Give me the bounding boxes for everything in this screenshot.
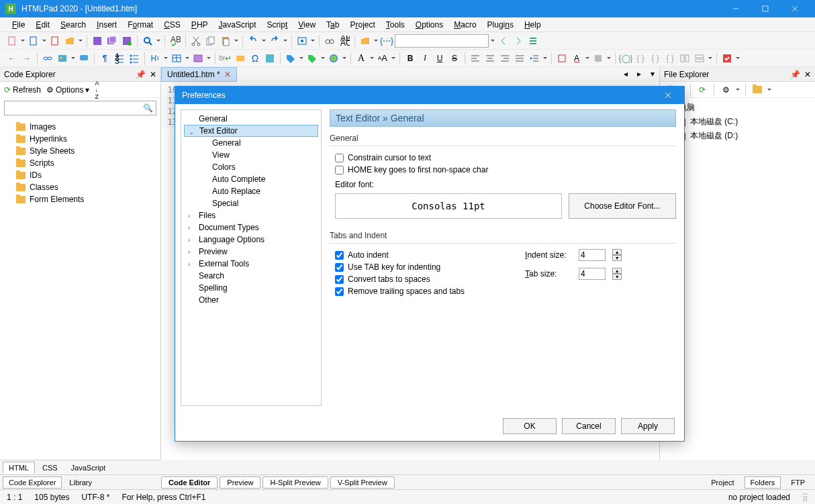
bold-icon[interactable]: B	[403, 52, 417, 65]
div-icon[interactable]	[234, 52, 247, 65]
menu-macro[interactable]: Macro	[448, 19, 481, 31]
br-icon[interactable]: br↵	[219, 52, 232, 65]
nav-list-icon[interactable]	[526, 34, 540, 48]
tab-nav-right-icon[interactable]: ▸	[632, 67, 646, 81]
menu-project[interactable]: Project	[344, 19, 380, 31]
expand-icon[interactable]: ›	[188, 260, 195, 268]
tab-hsplit[interactable]: H-Split Preview	[262, 476, 328, 489]
close-tab-icon[interactable]: ✕	[224, 70, 231, 79]
tree-search[interactable]: Search	[184, 270, 318, 282]
sort-button[interactable]: A↓Z	[95, 80, 99, 100]
folder-open-icon[interactable]	[358, 34, 372, 48]
tab-nav-left-icon[interactable]: ◂	[619, 67, 632, 81]
pin-icon[interactable]: 📌	[790, 70, 800, 79]
indent-down[interactable]: ▼	[612, 255, 622, 261]
validate-icon[interactable]	[720, 52, 734, 65]
binoculars-icon[interactable]	[323, 34, 336, 48]
brace3-icon[interactable]: { }	[649, 52, 662, 65]
tree-classes[interactable]: Classes	[4, 181, 156, 193]
tree-preview[interactable]: ›Preview	[184, 246, 318, 258]
menu-tools[interactable]: Tools	[381, 19, 410, 31]
fe-refresh-icon[interactable]: ⟳	[696, 83, 709, 97]
brace2-icon[interactable]: { }	[634, 52, 647, 65]
tree-general[interactable]: General	[184, 113, 318, 125]
tree-te-autocomplete[interactable]: Auto Complete	[184, 173, 318, 185]
minimize-button[interactable]	[721, 0, 751, 17]
align-left-icon[interactable]	[469, 52, 482, 65]
open-icon[interactable]	[63, 34, 77, 48]
layout2-icon[interactable]	[693, 52, 706, 65]
redo-icon[interactable]	[268, 34, 281, 48]
apply-button[interactable]: Apply	[621, 418, 675, 434]
search-glass-icon[interactable]: 🔍	[143, 103, 153, 113]
heading-icon[interactable]: H1	[148, 52, 162, 65]
save-as-icon[interactable]	[120, 34, 134, 48]
spellcheck-icon[interactable]: ABC	[169, 34, 182, 48]
ok-button[interactable]: OK	[503, 418, 557, 434]
font-icon[interactable]: A	[354, 52, 368, 65]
expand-icon[interactable]: ›	[188, 224, 195, 232]
tab-up[interactable]: ▲	[612, 268, 622, 274]
tree-te-colors[interactable]: Colors	[184, 161, 318, 173]
tree-other[interactable]: Other	[184, 294, 318, 306]
nav-back-icon[interactable]	[497, 34, 510, 48]
menu-search[interactable]: Search	[55, 19, 91, 31]
quick-search-input[interactable]	[395, 34, 489, 48]
tree-te-special[interactable]: Special	[184, 197, 318, 209]
menu-plugins[interactable]: Plugins	[482, 19, 519, 31]
rtab-ftp[interactable]: FTP	[785, 476, 811, 489]
tree-scripts[interactable]: Scripts	[4, 157, 156, 169]
arrow-left-icon[interactable]: ←	[5, 52, 19, 65]
tab-css[interactable]: CSS	[36, 462, 64, 474]
fe-drive-c[interactable]: 💾 本地磁盘 (C:)	[664, 115, 811, 129]
brace1-icon[interactable]: {◯}	[619, 52, 632, 65]
menu-php[interactable]: PHP	[186, 19, 213, 31]
chk-trailing[interactable]: Remove trailing spaces and tabs	[335, 285, 465, 297]
cancel-button[interactable]: Cancel	[562, 418, 616, 434]
indent-size-input[interactable]	[579, 249, 606, 261]
menu-file[interactable]: File	[7, 19, 30, 31]
chk-constrain[interactable]: Constrain cursor to text	[335, 152, 676, 164]
tree-doctypes[interactable]: ›Document Types	[184, 221, 318, 234]
new-doc-icon[interactable]	[27, 34, 40, 48]
expand-icon[interactable]: ›	[188, 236, 195, 244]
cut-icon[interactable]	[189, 34, 203, 48]
rtab-folders[interactable]: Folders	[745, 476, 781, 489]
maximize-button[interactable]	[751, 0, 780, 17]
tab-code-editor[interactable]: Code Editor	[161, 476, 218, 489]
tree-langopts[interactable]: ›Language Options	[184, 234, 318, 246]
fe-folder-icon[interactable]	[751, 83, 764, 97]
brace4-icon[interactable]: { }	[663, 52, 677, 65]
menu-insert[interactable]: Insert	[91, 19, 122, 31]
close-button[interactable]	[780, 0, 810, 17]
pin-icon[interactable]: 📌	[136, 70, 146, 79]
tab-preview[interactable]: Preview	[220, 476, 260, 489]
tab-menu-icon[interactable]: ▾	[646, 67, 659, 81]
font-size-icon[interactable]: AA	[376, 52, 389, 65]
italic-icon[interactable]: I	[418, 52, 432, 65]
indent-up[interactable]: ▲	[612, 249, 622, 255]
tree-te-general[interactable]: General	[184, 137, 318, 149]
menu-script[interactable]: Script	[262, 19, 293, 31]
tab-vsplit[interactable]: V-Split Preview	[330, 476, 395, 489]
close-panel-icon[interactable]: ✕	[150, 70, 156, 79]
tab-javascript[interactable]: JavaScript	[65, 462, 111, 474]
code-explorer-search[interactable]: 🔍	[4, 101, 156, 115]
fe-drive-d[interactable]: 💾 本地磁盘 (D:)	[664, 129, 811, 143]
preview-icon[interactable]	[295, 34, 309, 48]
undo-icon[interactable]	[246, 34, 260, 48]
paste-icon[interactable]	[219, 34, 232, 48]
layout1-icon[interactable]	[678, 52, 691, 65]
tree-spelling[interactable]: Spelling	[184, 282, 318, 294]
tree-formelements[interactable]: Form Elements	[4, 193, 156, 205]
chk-autoindent[interactable]: Auto indent	[335, 249, 465, 261]
nav-fwd-icon[interactable]	[512, 34, 525, 48]
expand-icon[interactable]: ›	[188, 212, 195, 219]
save-icon[interactable]	[91, 34, 104, 48]
options-button[interactable]: ⚙ Options ▾	[46, 85, 89, 95]
tree-te-view[interactable]: View	[184, 149, 318, 161]
new-css-icon[interactable]	[48, 34, 62, 48]
form-icon[interactable]	[191, 52, 205, 65]
rtab-project[interactable]: Project	[705, 476, 740, 489]
fe-gear-icon[interactable]: ⚙	[719, 83, 732, 97]
